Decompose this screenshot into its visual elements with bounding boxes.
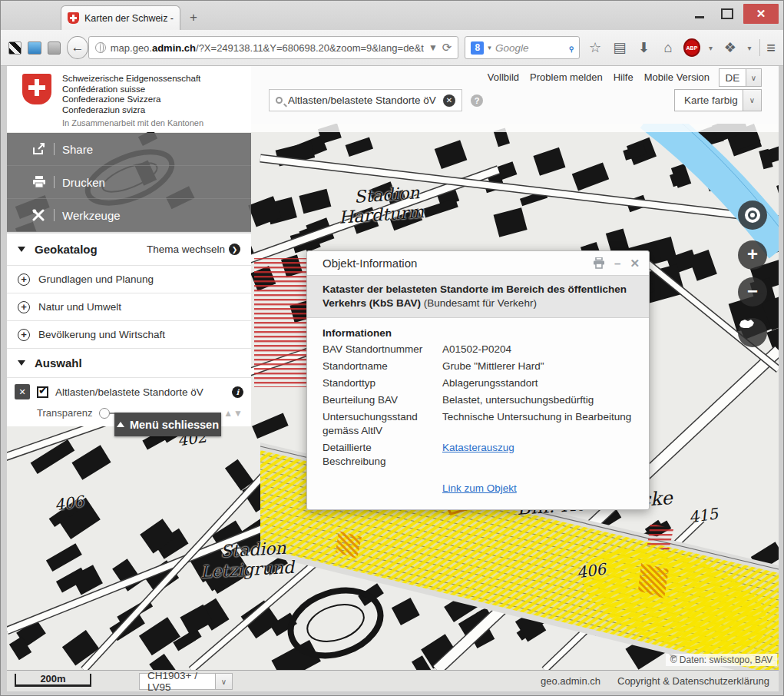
auswahl-header[interactable]: Auswahl <box>7 349 251 378</box>
link-vollbild[interactable]: Vollbild <box>488 71 519 83</box>
toolbar-divider <box>759 39 760 56</box>
logo-subline: In Zusammenarbeit mit den Kantonen <box>62 118 251 128</box>
chevron-down-icon <box>18 360 25 366</box>
link-hilfe[interactable]: Hilfe <box>614 71 633 83</box>
sidebar-item-drucken[interactable]: Drucken <box>7 166 251 199</box>
sidebar-item-werkzeuge[interactable]: Werkzeuge <box>7 199 251 232</box>
window-titlebar: Karten der Schweiz - Schweize... + ✕ <box>1 1 783 30</box>
print-icon[interactable] <box>593 257 605 269</box>
plus-icon: + <box>18 273 30 286</box>
zoom-out-button[interactable]: − <box>738 277 767 307</box>
chevron-up-icon <box>117 422 124 427</box>
map-search-input[interactable]: Altlasten/belastete Standorte öV ✕ <box>269 89 462 111</box>
new-tab-button[interactable]: + <box>190 10 197 25</box>
search-placeholder[interactable]: Google <box>495 42 564 54</box>
map-style-select[interactable]: Karte farbig ∨ <box>674 89 762 111</box>
plus-icon: + <box>18 301 30 313</box>
confederation-logo-block[interactable]: Schweizerische Eidgenossenschaft Confédé… <box>7 66 251 132</box>
globe-icon <box>95 42 106 53</box>
category-bevoelkerung[interactable]: + Bevölkerung und Wirtschaft <box>7 321 251 349</box>
browser-window: { "window": { "tab_title": "Karten der S… <box>0 0 784 696</box>
chevron-down-icon[interactable]: ▾ <box>488 44 491 51</box>
maximize-button[interactable] <box>716 4 739 24</box>
slider-knob[interactable] <box>99 408 110 419</box>
theme-switch-link[interactable]: Thema wechseln ❯ <box>147 244 240 255</box>
footer-link-copyright[interactable]: Copyright & Datenschutzerklärung <box>617 675 769 687</box>
object-link[interactable]: Link zum Objekt <box>442 482 633 494</box>
reload-icon[interactable]: ⟳ <box>442 41 452 55</box>
sidebar-item-label: Drucken <box>62 176 105 189</box>
addon-icon[interactable] <box>48 41 61 55</box>
close-popup-icon[interactable]: ✕ <box>630 257 640 270</box>
home-icon[interactable]: ⌂ <box>659 40 677 56</box>
projection-select[interactable]: CH1903+ / LV95 ∨ <box>139 673 233 690</box>
map-label-stadion-letzigrund-1: Stadion <box>220 539 286 561</box>
category-natur[interactable]: + Natur und Umwelt <box>7 293 251 321</box>
info-row: BAV StandortnummerA01502-P0204 <box>323 343 633 356</box>
info-row: Beurteilung BAVBelastet, untersuchungsbe… <box>323 393 633 407</box>
share-icon <box>32 143 46 155</box>
switzerland-icon <box>738 318 755 330</box>
geokatalog-header[interactable]: Geokatalog Thema wechseln ❯ <box>7 234 251 266</box>
target-icon <box>745 207 760 223</box>
back-button[interactable]: ← <box>67 36 88 59</box>
header-links: Vollbild Problem melden Hilfe Mobile Ver… <box>488 71 710 83</box>
sidebar-menu: Share Drucken Werkzeuge Geokatalog <box>7 133 251 426</box>
tab-title: Karten der Schweiz - Schweize... <box>84 13 174 24</box>
downloads-icon[interactable]: ⬇ <box>635 39 653 56</box>
search-engine-icon[interactable]: 8 <box>471 41 484 55</box>
language-select[interactable]: DE ∨ <box>719 68 762 87</box>
plus-icon: + <box>18 329 30 341</box>
logo-line: Confédération suisse <box>62 85 251 95</box>
bookmark-star-icon[interactable]: ☆ <box>586 39 604 56</box>
transparency-label: Transparenz <box>37 407 93 419</box>
search-icon[interactable]: ⌕ <box>564 41 578 55</box>
reorder-arrows-icon[interactable]: ▲▼ <box>223 408 243 419</box>
zoom-in-button[interactable]: + <box>738 240 767 270</box>
geolocate-button[interactable] <box>738 201 767 230</box>
sidebar-item-label: Share <box>62 143 93 156</box>
category-grundlagen[interactable]: + Grundlagen und Planung <box>7 266 251 293</box>
search-icon <box>276 97 283 104</box>
projection-value: CH1903+ / LV95 <box>140 670 215 691</box>
link-problem-melden[interactable]: Problem melden <box>530 71 603 83</box>
katasterauszug-link[interactable]: Katasterauszug <box>442 441 633 469</box>
bookmarks-menu-icon[interactable]: ▤ <box>610 39 629 56</box>
info-row: StandorttypAblagerungsstandort <box>323 376 633 390</box>
adblock-icon[interactable]: ABP <box>683 38 700 57</box>
info-row: Untersuchungsstand gemäss AltlVTechnisch… <box>323 410 633 438</box>
search-bar[interactable]: 8 ▾ Google ⌕ <box>465 36 580 59</box>
close-menu-button[interactable]: Menü schliessen <box>114 413 221 436</box>
link-mobile-version[interactable]: Mobile Version <box>644 71 710 83</box>
addon-icon[interactable] <box>28 41 41 55</box>
chevron-down-icon: ∨ <box>743 90 761 111</box>
map-style-value: Karte farbig <box>675 94 743 106</box>
auswahl-title: Auswahl <box>35 356 240 370</box>
layer-info-icon[interactable]: i <box>232 386 243 398</box>
url-text[interactable]: map.geo.admin.ch/?X=249138.11&Y=680698.2… <box>111 42 424 54</box>
remove-layer-button[interactable]: ✕ <box>15 384 30 399</box>
chevron-down-icon[interactable]: ▾ <box>746 44 754 52</box>
close-button[interactable]: ✕ <box>743 4 779 24</box>
sidebar-item-share[interactable]: Share <box>7 133 251 166</box>
minimize-button[interactable] <box>688 4 711 24</box>
minimize-popup-icon[interactable]: – <box>614 257 620 270</box>
chevron-down-icon[interactable]: ▾ <box>706 44 715 52</box>
search-help-icon[interactable]: ? <box>471 94 483 107</box>
addon-icon[interactable] <box>8 41 22 55</box>
addon-icon[interactable]: ❖ <box>721 39 739 56</box>
chevron-down-icon: ∨ <box>215 674 232 689</box>
browser-tab[interactable]: Karten der Schweiz - Schweize... <box>61 5 180 30</box>
object-information-popup: Objekt-Information – ✕ Kataster der bela… <box>306 250 650 510</box>
chevron-down-icon[interactable]: ▼ <box>428 42 438 53</box>
footer-link-geoadmin[interactable]: geo.admin.ch <box>541 675 600 687</box>
chevron-right-icon: ❯ <box>229 244 240 255</box>
search-value[interactable]: Altlasten/belastete Standorte öV <box>288 94 438 106</box>
clear-search-icon[interactable]: ✕ <box>443 94 455 107</box>
default-extent-button[interactable] <box>738 318 767 347</box>
layer-checkbox[interactable] <box>37 386 48 398</box>
scale-bar: 200m <box>15 674 91 687</box>
menu-icon[interactable]: ≡ <box>766 39 776 57</box>
logo-line: Confederazione Svizzera <box>62 94 251 105</box>
url-bar[interactable]: map.geo.admin.ch/?X=249138.11&Y=680698.2… <box>88 36 459 59</box>
